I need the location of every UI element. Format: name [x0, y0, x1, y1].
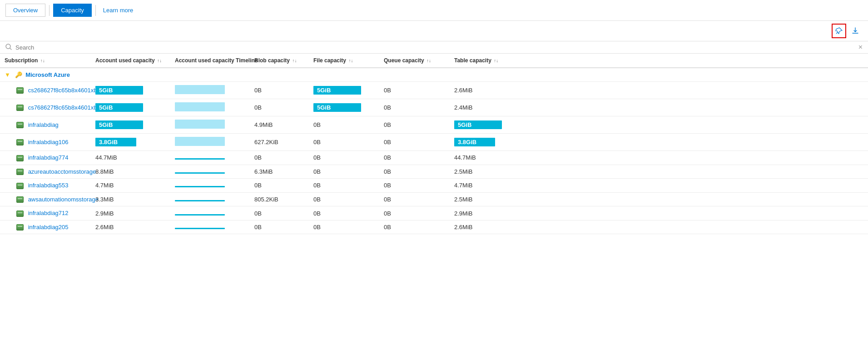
queue-capacity-cell: 0B — [379, 134, 450, 151]
learn-more-link[interactable]: Learn more — [99, 4, 137, 16]
used-capacity-value: 8.8MiB — [95, 168, 114, 175]
storage-icon — [16, 211, 24, 217]
file-capacity-value: 0B — [313, 224, 321, 231]
timeline-bar — [175, 120, 225, 129]
timeline-bar-thin — [175, 158, 225, 160]
used-capacity-cell: 2.9MiB — [91, 206, 170, 221]
used-capacity-cell: 3.8GiB — [91, 134, 170, 151]
storage-icon — [16, 169, 24, 175]
subscription-cell: infralabdiag553 — [0, 179, 91, 193]
table-capacity-cell: 44.7MiB — [450, 151, 868, 165]
queue-capacity-cell: 0B — [379, 165, 450, 179]
table-capacity-value: 2.9MiB — [454, 210, 472, 217]
blob-capacity-cell: 0B — [250, 206, 309, 221]
timeline-bar-thin — [175, 200, 225, 201]
subscription-cell: infralabdiag712 — [0, 206, 91, 221]
used-capacity-value: 2.6MiB — [95, 224, 114, 231]
queue-capacity-cell: 0B — [379, 116, 450, 134]
timeline-cell — [170, 220, 250, 234]
storage-icon — [16, 183, 24, 189]
table-row: awsautomationomsstorage 3.3MiB 805.2KiB … — [0, 192, 868, 206]
queue-capacity-value: 0B — [384, 168, 391, 175]
table-capacity-value: 2.5MiB — [454, 196, 472, 203]
blob-capacity-cell: 0B — [250, 179, 309, 193]
table-capacity-cell: 4.7MiB — [450, 179, 868, 193]
search-clear-button[interactable]: × — [858, 43, 863, 51]
queue-capacity-cell: 0B — [379, 206, 450, 221]
timeline-bar-thin — [175, 228, 225, 229]
table-capacity-value: 5GiB — [454, 120, 502, 129]
col-header-table[interactable]: Table capacity ↑↓ — [450, 54, 868, 68]
account-link[interactable]: infralabdiag — [28, 121, 59, 128]
account-link[interactable]: azureautoacctomsstorage — [28, 168, 96, 175]
table-header-row: Subscription ↑↓ Account used capacity ↑↓… — [0, 54, 868, 68]
search-input[interactable] — [15, 44, 858, 51]
svg-point-1 — [6, 44, 10, 49]
queue-capacity-value: 0B — [384, 182, 391, 189]
queue-capacity-value: 0B — [384, 154, 391, 161]
download-button[interactable] — [848, 24, 863, 38]
timeline-cell — [170, 179, 250, 193]
queue-capacity-cell: 0B — [379, 220, 450, 234]
table-capacity-cell: 2.9MiB — [450, 206, 868, 221]
file-capacity-cell: 0B — [309, 151, 379, 165]
blob-capacity-cell: 4.9MiB — [250, 116, 309, 134]
group-subscription-link[interactable]: Microsoft Azure — [25, 71, 70, 78]
account-link[interactable]: infralabdiag553 — [28, 182, 69, 189]
timeline-bar-thin — [175, 186, 225, 187]
blob-capacity-cell: 805.2KiB — [250, 192, 309, 206]
overview-button[interactable]: Overview — [5, 4, 45, 17]
pin-button[interactable] — [832, 24, 846, 38]
used-capacity-cell: 44.7MiB — [91, 151, 170, 165]
col-header-blob[interactable]: Blob capacity ↑↓ — [250, 54, 309, 68]
search-icon — [5, 44, 12, 51]
capacity-button[interactable]: Capacity — [53, 4, 92, 17]
col-header-used-capacity[interactable]: Account used capacity ↑↓ — [91, 54, 170, 68]
account-link[interactable]: infralabdiag712 — [28, 210, 69, 216]
account-link[interactable]: cs768627f8c65b8x4601xb48 — [28, 104, 104, 111]
storage-icon — [16, 105, 24, 111]
queue-capacity-value: 0B — [384, 196, 391, 203]
table-capacity-cell: 2.4MiB — [450, 99, 868, 116]
account-link[interactable]: infralabdiag205 — [28, 224, 69, 231]
subscription-cell: infralabdiag205 — [0, 220, 91, 234]
account-link[interactable]: cs268627f8c65b8x4601xb48 — [28, 87, 104, 94]
queue-capacity-cell: 0B — [379, 99, 450, 116]
used-capacity-bar-wrap: 5GiB — [95, 120, 143, 129]
used-capacity-value: 44.7MiB — [95, 154, 117, 161]
table-row: azureautoacctomsstorage 8.8MiB 6.3MiB 0B… — [0, 165, 868, 179]
sort-icon-blob: ↑↓ — [292, 58, 297, 63]
table-capacity-value: 2.6MiB — [454, 87, 472, 94]
file-capacity-value: 0B — [313, 121, 321, 128]
timeline-cell — [170, 206, 250, 221]
timeline-bar — [175, 137, 225, 146]
file-capacity-value: 0B — [313, 168, 321, 175]
used-capacity-value: 3.3MiB — [95, 196, 114, 203]
blob-capacity-value: 0B — [254, 154, 262, 161]
file-capacity-value: 0B — [313, 210, 321, 217]
blob-capacity-cell: 0B — [250, 151, 309, 165]
used-capacity-bar-wrap: 5GiB — [95, 86, 143, 95]
queue-capacity-cell: 0B — [379, 179, 450, 193]
timeline-bar-thin — [175, 172, 225, 174]
blob-capacity-value: 0B — [254, 210, 262, 217]
col-header-queue[interactable]: Queue capacity ↑↓ — [379, 54, 450, 68]
file-capacity-cell: 5GiB — [309, 82, 379, 99]
timeline-bar — [175, 102, 225, 111]
subscription-cell: infralabdiag106 — [0, 134, 91, 151]
file-capacity-cell: 0B — [309, 220, 379, 234]
storage-icon — [16, 87, 24, 94]
group-arrow[interactable]: ▼ — [5, 71, 10, 78]
used-capacity-cell: 5GiB — [91, 116, 170, 134]
col-header-subscription[interactable]: Subscription ↑↓ — [0, 54, 91, 68]
table-capacity-cell: 5GiB — [450, 116, 868, 134]
account-link[interactable]: awsautomationomsstorage — [28, 196, 99, 203]
col-header-file[interactable]: File capacity ↑↓ — [309, 54, 379, 68]
account-link[interactable]: infralabdiag774 — [28, 154, 69, 161]
table-row: infralabdiag106 3.8GiB 627.2KiB 0B 0B 3.… — [0, 134, 868, 151]
timeline-cell — [170, 165, 250, 179]
table-capacity-cell: 2.5MiB — [450, 192, 868, 206]
blob-capacity-cell: 0B — [250, 82, 309, 99]
table-capacity-value: 44.7MiB — [454, 154, 476, 161]
account-link[interactable]: infralabdiag106 — [28, 139, 69, 145]
